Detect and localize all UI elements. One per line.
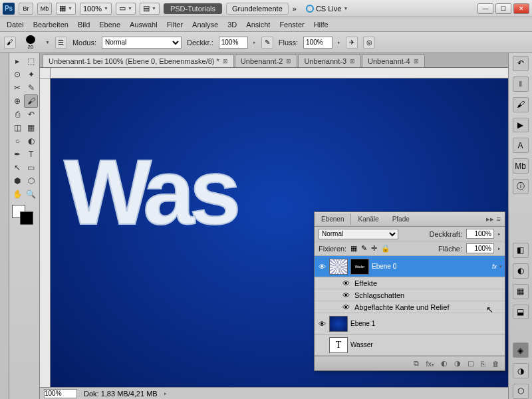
workspace-more-icon[interactable]: » [293,5,297,13]
zoom-dropdown[interactable]: 100%▼ [80,3,112,15]
lock-position-icon[interactable]: ✛ [371,244,377,253]
path-tool[interactable]: ↖ [11,161,25,174]
visibility-icon[interactable]: 👁 [317,319,327,329]
flow-dropdown-icon[interactable]: ▸ [338,40,340,45]
deckkraft-input[interactable] [466,229,494,239]
lock-all-icon[interactable]: 🔒 [381,244,390,253]
flaeche-slider-icon[interactable]: ▸ [498,246,501,251]
panel-actions-icon[interactable]: ▶ [513,118,529,133]
menu-hilfe[interactable]: Hilfe [314,21,329,29]
layer-name[interactable]: Ebene 1 [350,320,502,327]
ruler-horizontal[interactable] [51,68,508,78]
background-swatch[interactable] [20,211,33,225]
tab-ebenen[interactable]: Ebenen [315,213,351,225]
color-swatches[interactable] [11,205,37,229]
crop-tool[interactable]: ✂ [11,81,25,94]
flaeche-input[interactable] [466,243,494,253]
panel-layers-icon[interactable]: ◈ [513,342,529,358]
mask-icon[interactable]: ◐ [441,359,448,368]
tab-pfade[interactable]: Pfade [386,213,416,225]
stamp-tool[interactable]: ⎙ [11,108,25,121]
deckkraft-slider-icon[interactable]: ▸ [498,231,501,237]
eyedropper-tool[interactable]: ✎ [25,81,39,94]
zoom-tool[interactable]: 🔍 [25,188,39,201]
shape-tool[interactable]: ▭ [25,161,39,174]
layer-row[interactable]: T Wasser [315,334,505,356]
menu-3d[interactable]: 3D [227,21,237,29]
visibility-icon[interactable] [317,340,327,350]
layer-row[interactable]: 👁 Ebene 1 [315,313,505,334]
visibility-icon[interactable]: 👁 [341,303,350,312]
layer-thumb[interactable]: T [329,337,348,353]
screen-mode-dropdown[interactable]: ▦▼ [56,3,76,15]
bridge-button[interactable]: Br [19,3,33,15]
close-icon[interactable]: ⊠ [286,58,291,65]
menu-analyse[interactable]: Analyse [192,21,218,29]
panel-swatches-icon[interactable]: ⫴ [513,76,529,92]
move-tool[interactable]: ▸ [11,55,25,68]
ruler-vertical[interactable] [40,78,51,399]
menu-fenster[interactable]: Fenster [279,21,304,29]
pressure-size-icon[interactable]: ◎ [363,37,375,49]
type-tool[interactable]: T [25,148,39,161]
brush-dropdown-icon[interactable]: ▼ [45,40,50,45]
trash-icon[interactable]: 🗑 [492,360,499,368]
fx-expand-icon[interactable]: ▾ [499,264,502,269]
layer-name[interactable]: Ebene 0 [372,263,489,270]
eraser-tool[interactable]: ◫ [11,121,25,134]
tab-kanaele[interactable]: Kanäle [351,213,385,225]
blend-mode-select[interactable]: Normal [102,37,182,49]
panel-styles-icon[interactable]: ▦ [513,284,529,299]
cslive-button[interactable]: CS Live▼ [306,5,348,13]
link-layers-icon[interactable]: ⧉ [414,359,419,368]
close-icon[interactable]: ⊠ [350,58,355,65]
effect-row[interactable]: 👁 Schlagschatten [315,289,505,301]
doctab-3[interactable]: Unbenannt-3⊠ [298,55,361,67]
menu-filter[interactable]: Filter [167,21,183,29]
doctab-4[interactable]: Unbenannt-4⊠ [362,55,425,67]
panel-menu-icon[interactable]: ≡ [497,215,501,223]
close-icon[interactable]: ⊠ [223,58,228,65]
blur-tool[interactable]: ○ [11,134,25,148]
flow-input[interactable] [303,37,332,49]
panel-mb-icon[interactable]: Mb [513,158,529,174]
brush-panel-toggle[interactable]: ☰ [55,37,67,49]
new-layer-icon[interactable]: ⎘ [481,360,485,368]
visibility-icon[interactable]: 👁 [341,291,350,300]
minibridge-button[interactable]: Mb [37,3,52,15]
brush-tool[interactable]: 🖌 [24,94,38,108]
close-icon[interactable]: ⊠ [414,58,419,65]
panel-color-icon[interactable]: ◐ [513,263,529,279]
panel-nav-icon[interactable]: ◧ [513,243,529,258]
dodge-tool[interactable]: ◐ [25,134,39,148]
lock-transparency-icon[interactable]: ▦ [350,244,357,253]
3d-tool[interactable]: ⬢ [11,174,25,188]
menu-auswahl[interactable]: Auswahl [130,21,158,29]
panel-info-icon[interactable]: ⓘ [513,179,529,194]
layer-name[interactable]: Wasser [350,341,502,348]
pen-tool[interactable]: ✒ [11,148,25,161]
menu-ansicht[interactable]: Ansicht [246,21,270,29]
panel-collapse-icon[interactable]: ▸▸ [486,215,494,223]
panel-brush-icon[interactable]: 🖌 [513,97,529,112]
menu-bild[interactable]: Bild [78,21,90,29]
3d-cam-tool[interactable]: ⬡ [25,174,39,188]
zoom-field[interactable] [44,389,77,398]
brush-preset-picker[interactable]: 20 [21,35,40,50]
group-icon[interactable]: ▢ [467,359,474,368]
layer-thumb[interactable] [329,316,348,332]
opacity-dropdown-icon[interactable]: ▸ [253,40,256,45]
arrange-dropdown[interactable]: ▭▼ [116,3,136,15]
history-brush-tool[interactable]: ↶ [25,108,39,121]
layer-blend-select[interactable]: Normal [319,229,398,239]
panel-history-icon[interactable]: ↶ [513,56,529,71]
menu-bearbeiten[interactable]: Bearbeiten [33,21,68,29]
layer-thumb[interactable] [329,259,348,275]
heal-tool[interactable]: ⊕ [11,94,24,108]
extras-dropdown[interactable]: ▤▼ [140,3,160,15]
effects-header-row[interactable]: 👁 Effekte [315,277,505,289]
panel-adjust-icon[interactable]: ⬓ [513,305,529,320]
workspace-grundelemente-button[interactable]: Grundelemente [226,3,289,15]
marquee-tool[interactable]: ⬚ [25,55,39,68]
effect-row[interactable]: 👁 Abgeflachte Kante und Relief [315,301,505,313]
